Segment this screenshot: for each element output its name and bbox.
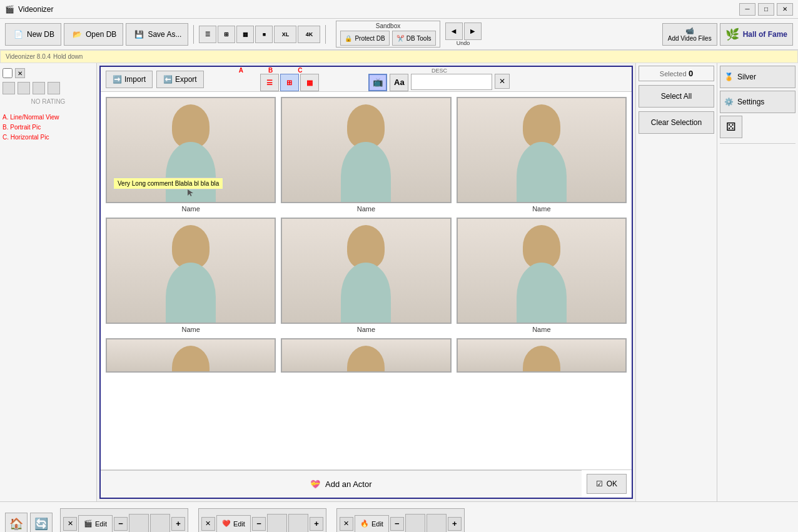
bottom-edit-btn-3[interactable]: 🔥 Edit [355,515,389,533]
bottom-edit-btn-1[interactable]: 🎬 Edit [78,515,113,533]
actor-cell-5[interactable]: Name [457,218,627,333]
actor-img-0[interactable]: Very Long comment Blabla bl bla bla [106,97,276,203]
bottom-minus-btn-3[interactable]: − [390,517,404,531]
actor-cell-0[interactable]: Very Long comment Blabla bl bla bla Name [106,97,276,213]
new-db-button[interactable]: 📄 New DB [5,23,61,46]
bottom-thumb-1b [150,514,170,533]
actor-img-6[interactable] [106,338,276,373]
add-actor-icon: 💝 [310,479,320,489]
close-button[interactable]: ✕ [777,3,793,16]
sandbox-group: Sandbox 🔒 Protect DB ✂️ DB Tools [336,21,440,48]
undo-label: Undo [457,40,470,46]
search-input[interactable] [411,74,492,90]
xl-view-btn[interactable]: XL [274,26,296,43]
grid-view-btn[interactable]: ⊞ [218,26,235,43]
bottom-toolbar: 🏠 🔄 ✕ 🎬 Edit − + ✕ ❤️ Edit − + ✕ 🔥 Edit [0,501,798,532]
hall-of-fame-button[interactable]: 🌿 Hall of Fame [720,23,793,46]
sidebar-close-btn[interactable]: ✕ [15,68,25,78]
actor-name-4: Name [357,326,375,333]
desc-aa-btn[interactable]: Aa [390,74,408,91]
actor-img-5[interactable] [457,218,627,324]
tab-a-btn[interactable]: ☰ [260,74,279,91]
actor-img-8[interactable] [457,338,627,373]
content-area: ✕ NO RATING A. Line/Normal View B. Portr… [0,63,798,501]
tab-b-btn[interactable]: ⊞ [280,74,299,91]
tab-c-btn[interactable]: ▦ [300,74,319,91]
hall-of-fame-icon: 🌿 [725,28,739,41]
cursor-indicator-0 [186,188,195,197]
export-button[interactable]: ⬅️ Export [156,71,204,88]
selected-label: Selected [660,70,687,78]
actor-name-3: Name [181,326,200,333]
bottom-thumb-1 [129,514,149,533]
add-actor-bar[interactable]: 💝 Add an Actor [101,470,582,498]
actor-img-1[interactable] [281,97,451,203]
dice-icon: ⚄ [726,120,736,134]
right-separator [720,143,795,144]
actor-cell-2[interactable]: Name [457,97,627,213]
undo-back-button[interactable]: ◀ [445,23,463,40]
bottom-close-btn-1[interactable]: ✕ [63,517,77,531]
tab-labels: A B C ☰ ⊞ ▦ [214,67,328,91]
actor-img-4[interactable] [281,218,451,324]
undo-btns: ◀ ▶ [445,23,482,40]
actor-photo-4 [282,219,450,323]
ok-area: ☑ OK [582,471,632,496]
bottom-plus-btn-2[interactable]: + [310,517,323,531]
far-right-sidebar: 🏅 Silver ⚙️ Settings ⚄ [717,63,798,501]
rating-boxes [3,81,94,96]
bottom-close-btn-2[interactable]: ✕ [201,517,215,531]
square-view-btn[interactable]: ■ [255,26,273,43]
bottom-plus-btn-1[interactable]: + [171,517,185,531]
actor-cell-7[interactable] [281,338,451,373]
refresh-button[interactable]: 🔄 [30,513,53,533]
db-tools-button[interactable]: ✂️ DB Tools [392,31,436,46]
hint-text: Hold down [53,53,83,60]
bottom-panel-2: ✕ ❤️ Edit − + [198,508,326,533]
dice-button[interactable]: ⚄ [720,116,742,138]
version-text: Videonizer 8.0.4 [6,53,51,60]
ok-label: OK [607,479,617,488]
actor-img-3[interactable] [106,218,276,324]
bottom-plus-btn-3[interactable]: + [448,517,462,531]
home-button[interactable]: 🏠 [5,513,28,533]
sidebar-checkbox[interactable] [3,68,13,78]
desc-view-btn[interactable]: 📺 [368,74,387,91]
settings-button[interactable]: ⚙️ Settings [720,91,795,113]
minimize-button[interactable]: ─ [739,3,755,16]
actor-cell-1[interactable]: Name [281,97,451,213]
settings-icon: ⚙️ [724,98,734,106]
clear-selection-button[interactable]: Clear Selection [639,111,714,134]
bottom-close-btn-3[interactable]: ✕ [340,517,353,531]
actor-cell-3[interactable]: Name [106,218,276,333]
bottom-minus-btn-1[interactable]: − [114,517,128,531]
bottom-thumb-3 [405,514,425,533]
import-button[interactable]: ➡️ Import [106,71,153,88]
4k-view-btn[interactable]: 4K [298,26,320,43]
save-as-button[interactable]: 💾 Save As... [126,23,188,46]
add-video-files-button[interactable]: 📹 Add Video Files [662,23,717,46]
bottom-minus-btn-2[interactable]: − [252,517,266,531]
select-all-button[interactable]: Select All [639,85,714,108]
protect-db-button[interactable]: 🔒 Protect DB [340,31,389,46]
search-clear-btn[interactable]: ✕ [495,74,510,89]
rating-box-2 [18,82,30,94]
new-db-icon: 📄 [12,28,24,41]
actor-cell-4[interactable]: Name [281,218,451,333]
open-db-button[interactable]: 📂 Open DB [64,23,123,46]
ok-button[interactable]: ☑ OK [587,474,627,494]
grid2-view-btn[interactable]: ▦ [236,26,254,43]
rating-box-3 [33,82,45,94]
list-view-btn[interactable]: ☰ [199,26,216,43]
undo-forward-button[interactable]: ▶ [464,23,482,40]
bottom-edit-btn-2[interactable]: ❤️ Edit [216,515,251,533]
actor-cell-6[interactable] [106,338,276,373]
maximize-button[interactable]: □ [758,3,774,16]
silver-button[interactable]: 🏅 Silver [720,66,795,88]
actor-cell-8[interactable] [457,338,627,373]
actor-img-2[interactable] [457,97,627,203]
actor-img-7[interactable] [281,338,451,373]
sandbox-btns: 🔒 Protect DB ✂️ DB Tools [340,31,435,46]
edit-icon-3: 🔥 [360,519,369,528]
sidebar-controls: ✕ [3,66,94,81]
